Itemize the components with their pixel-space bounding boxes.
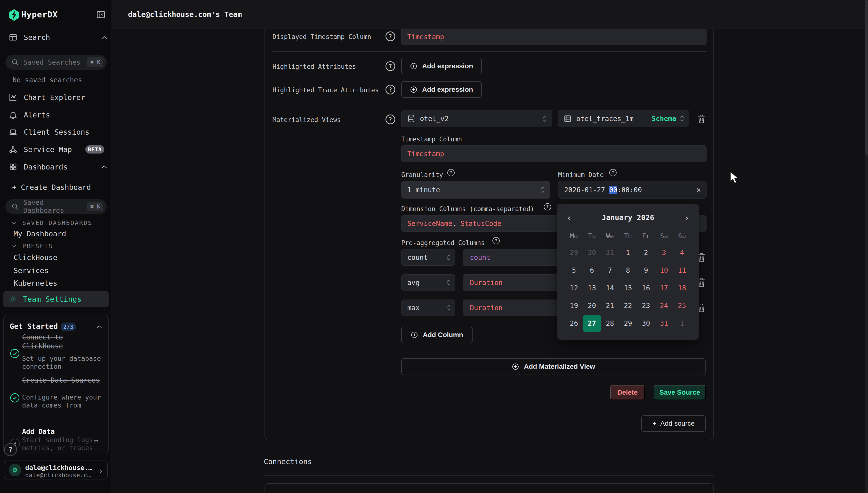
- help-icon[interactable]: ?: [447, 169, 455, 176]
- calendar-day[interactable]: 11: [673, 264, 691, 277]
- scrollbar-thumb[interactable]: [865, 0, 868, 155]
- calendar-day[interactable]: 14: [601, 281, 619, 295]
- help-button[interactable]: ?: [4, 443, 17, 456]
- clear-date-icon[interactable]: ×: [697, 185, 701, 194]
- help-icon[interactable]: ?: [544, 203, 551, 210]
- calendar-day[interactable]: 30: [637, 317, 655, 330]
- calendar-day[interactable]: 2: [637, 246, 655, 260]
- help-icon[interactable]: ?: [385, 85, 395, 94]
- section-saved-dashboards[interactable]: SAVED DASHBOARDS: [11, 219, 93, 227]
- next-month-icon[interactable]: ›: [681, 212, 692, 223]
- page-title: dale@clickhouse.com's Team: [128, 10, 242, 19]
- minimum-date-input[interactable]: 2026-01-27 00:00:00 ×: [558, 181, 707, 198]
- scrollbar[interactable]: [865, 0, 868, 493]
- calendar-day[interactable]: 4: [673, 246, 691, 260]
- task-title[interactable]: Create Data Sources: [22, 376, 104, 385]
- sidebar-item-alerts[interactable]: Alerts: [9, 110, 50, 119]
- add-materialized-view-button[interactable]: Add Materialized View: [401, 358, 706, 375]
- sidebar-item-service-map[interactable]: Service Map: [9, 145, 72, 154]
- calendar-day[interactable]: 5: [565, 264, 583, 277]
- calendar-day[interactable]: 24: [655, 299, 673, 313]
- collapse-sidebar-icon[interactable]: [96, 10, 106, 19]
- delete-button[interactable]: Delete: [610, 385, 645, 400]
- calendar-day[interactable]: 6: [583, 264, 601, 277]
- calendar-day[interactable]: 30: [583, 246, 601, 260]
- calendar-day[interactable]: 25: [673, 299, 691, 313]
- add-expression-button[interactable]: Add expression: [401, 58, 482, 74]
- task-title[interactable]: Add Data: [22, 427, 104, 436]
- calendar-day[interactable]: 27: [583, 315, 601, 332]
- user-account-button[interactable]: D dale@clickhouse.… dale@clickhouse.c… ›: [4, 460, 108, 479]
- sidebar-item-search[interactable]: Search: [9, 33, 50, 42]
- mv-timestamp-column-input[interactable]: Timestamp: [401, 145, 707, 162]
- calendar-day[interactable]: 21: [601, 299, 619, 313]
- aggregate-fn-select[interactable]: max: [401, 300, 455, 316]
- input-value: Timestamp: [402, 33, 444, 41]
- calendar-day[interactable]: 16: [637, 281, 655, 295]
- calendar-day[interactable]: 3: [655, 246, 673, 260]
- add-expression-button[interactable]: Add expression: [401, 81, 482, 98]
- materialized-table-select[interactable]: otel_traces_1m Schema: [558, 110, 689, 127]
- saved-dashboards-input[interactable]: Saved Dashboards ⌘ K: [5, 199, 107, 214]
- calendar-day[interactable]: 31: [601, 246, 619, 260]
- chevron-up-icon[interactable]: [100, 35, 108, 40]
- help-icon[interactable]: ?: [385, 114, 395, 124]
- calendar-month-label[interactable]: January 2026: [557, 213, 699, 222]
- sidebar-item-dashboards[interactable]: Dashboards: [9, 163, 68, 171]
- displayed-timestamp-input[interactable]: Timestamp: [401, 29, 707, 45]
- sidebar-item-team-settings[interactable]: Team Settings: [3, 291, 108, 307]
- delete-view-trash-icon[interactable]: [697, 114, 706, 124]
- sidebar-item-services[interactable]: Services: [14, 266, 49, 275]
- calendar-day[interactable]: 29: [619, 317, 637, 330]
- task-subtitle: Start sending logs, metrics, or traces: [22, 436, 104, 452]
- sidebar-item-my-dashboard[interactable]: My Dashboard: [14, 230, 66, 238]
- sidebar-item-chart-explorer[interactable]: Chart Explorer: [9, 93, 85, 102]
- help-icon[interactable]: ?: [385, 61, 395, 71]
- help-icon[interactable]: ?: [492, 237, 500, 244]
- sidebar-item-clickhouse[interactable]: ClickHouse: [14, 253, 58, 262]
- materialized-view-select[interactable]: otel_v2: [401, 110, 552, 127]
- save-source-button[interactable]: Save Source: [654, 385, 706, 400]
- calendar-day[interactable]: 18: [673, 281, 691, 295]
- calendar-day[interactable]: 22: [619, 299, 637, 313]
- input-value-separator: ,: [452, 220, 460, 228]
- granularity-select[interactable]: 1 minute: [401, 181, 550, 198]
- calendar-day[interactable]: 15: [619, 281, 637, 295]
- calendar-day[interactable]: 26: [565, 317, 583, 330]
- calendar-day[interactable]: 29: [565, 246, 583, 260]
- aggregate-fn-select[interactable]: count: [401, 249, 455, 265]
- add-column-button[interactable]: Add Column: [401, 327, 472, 343]
- calendar-day[interactable]: 20: [583, 299, 601, 313]
- calendar-day[interactable]: 13: [583, 281, 601, 295]
- calendar-day[interactable]: 17: [655, 281, 673, 295]
- aggregate-fn-select[interactable]: avg: [401, 274, 455, 291]
- chevron-up-icon[interactable]: [100, 165, 108, 170]
- saved-searches-input[interactable]: Saved Searches ⌘ K: [5, 55, 107, 70]
- create-dashboard-button[interactable]: + Create Dashboard: [12, 183, 91, 192]
- schema-badge[interactable]: Schema: [652, 115, 676, 123]
- calendar-day[interactable]: 19: [565, 299, 583, 313]
- add-source-button[interactable]: + Add source: [641, 415, 706, 432]
- calendar-day[interactable]: 9: [637, 264, 655, 277]
- help-icon[interactable]: ?: [609, 169, 617, 176]
- calendar-day[interactable]: 31: [655, 317, 673, 330]
- calendar-day[interactable]: 10: [655, 264, 673, 277]
- section-presets[interactable]: PRESETS: [11, 243, 53, 250]
- connections-section-title: Connections: [264, 457, 312, 466]
- calendar-day[interactable]: 1: [673, 317, 691, 330]
- chevron-up-icon[interactable]: [96, 324, 103, 329]
- calendar-day[interactable]: 23: [637, 299, 655, 313]
- calendar-day[interactable]: 7: [601, 264, 619, 277]
- calendar-day[interactable]: 28: [601, 317, 619, 330]
- help-icon[interactable]: ?: [385, 31, 395, 41]
- avatar: D: [9, 464, 21, 476]
- calendar-day[interactable]: 12: [565, 281, 583, 295]
- calendar-day[interactable]: 1: [619, 246, 637, 260]
- sidebar-item-kubernetes[interactable]: Kubernetes: [14, 279, 58, 287]
- shortcut-badge: ⌘ K: [87, 57, 103, 67]
- calendar-day[interactable]: 8: [619, 264, 637, 277]
- task-title[interactable]: Connect to ClickHouse: [22, 333, 104, 351]
- section-label: SAVED DASHBOARDS: [22, 219, 93, 227]
- sidebar-item-client-sessions[interactable]: Client Sessions: [9, 128, 89, 136]
- top-bar: dale@clickhouse.com's Team: [112, 0, 868, 29]
